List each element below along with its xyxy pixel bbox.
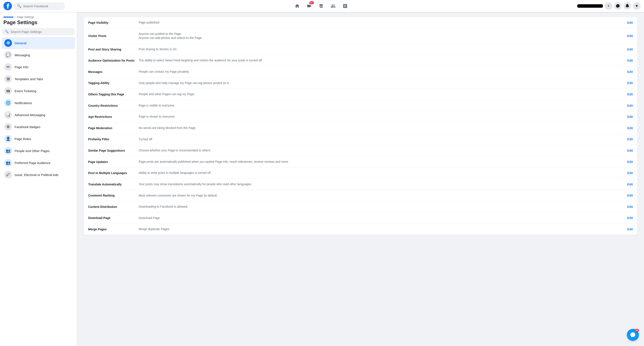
search-bar[interactable]: 🔍 [14,2,65,10]
sidebar-item-label-notifications: Notifications [14,101,32,105]
settings-row-edit-page-moderation[interactable]: Edit [616,126,633,130]
settings-row-edit-content-distribution[interactable]: Edit [616,205,633,209]
settings-row-edit-page-visibility[interactable]: Edit [616,21,633,24]
video-nav-button[interactable]: 9+ [304,1,314,11]
breadcrumb-separator: › [15,15,16,18]
sidebar-item-label-page-info: Page Info [14,65,28,69]
sidebar-item-label-page-roles: Page Roles [14,137,31,141]
settings-row-edit-comment-ranking[interactable]: Edit [616,194,633,197]
sidebar-item-icon-general: ⚙ [4,39,12,47]
sidebar-item-page-info[interactable]: ✏ Page Info [2,61,75,73]
settings-row-edit-tagging-ability[interactable]: Edit [616,81,633,85]
sidebar-item-advanced-messaging[interactable]: 📊 Advanced Messaging [2,109,75,121]
settings-row-profanity-filter: Profanity Filter Turned off Edit [84,134,637,145]
sidebar-search-input[interactable] [10,30,72,33]
nav-right: + ▼ [577,2,640,10]
settings-row-value-translate-automatically: Your posts may show translations automat… [139,182,612,186]
settings-row-value-page-updates: Page posts are automatically published w… [139,160,612,164]
sidebar-item-facebook-badges[interactable]: ⚙ Facebook Badges [2,121,75,133]
settings-row-edit-translate-automatically[interactable]: Edit [616,183,633,186]
settings-row-value-post-multiple-languages: Ability to write posts in multiple langu… [139,171,612,175]
settings-row-label-post-story-sharing: Post and Story Sharing [88,48,135,51]
settings-row-edit-post-multiple-languages[interactable]: Edit [616,171,633,175]
settings-row-age-restrictions: Age Restrictions Page is shown to everyo… [84,111,637,122]
sidebar-item-general[interactable]: ⚙ General [2,37,75,49]
pages-nav-button[interactable] [340,1,350,11]
settings-row-value-content-distribution: Downloading to Facebook is allowed. [139,205,612,209]
settings-row-label-profanity-filter: Profanity Filter [88,137,135,141]
sidebar-item-page-roles[interactable]: 👤 Page Roles [2,133,75,145]
sidebar-search[interactable]: 🔍 [2,28,75,35]
settings-row-edit-similar-page-suggestions[interactable]: Edit [616,149,633,152]
settings-row-edit-messages[interactable]: Edit [616,70,633,73]
settings-row-label-page-moderation: Page Moderation [88,126,135,130]
notifications-button[interactable] [624,2,631,10]
sidebar-item-notifications[interactable]: 🌐 Notifications [2,97,75,109]
more-button[interactable]: ▼ [633,2,640,10]
settings-row-label-page-visibility: Page Visibility [88,21,135,24]
settings-row-edit-visitor-posts[interactable]: Edit [616,34,633,38]
sidebar-item-event-ticketing[interactable]: 🎟 Event Ticketing [2,85,75,97]
settings-row-comment-ranking: Comment Ranking Most relevant comments a… [84,190,637,201]
settings-row-edit-others-tagging[interactable]: Edit [616,93,633,96]
settings-row-value-others-tagging: People and other Pages can tag my Page. [139,92,612,96]
sidebar-item-people-other-pages[interactable]: 👥 People and Other Pages [2,145,75,157]
main-content: Page Visibility Page published Edit Visi… [77,12,644,346]
sidebar: ■■■■■■ › Page Settings Page Settings 🔍 ⚙… [0,12,77,346]
settings-row-edit-profanity-filter[interactable]: Edit [616,137,633,141]
settings-row-edit-age-restrictions[interactable]: Edit [616,115,633,118]
settings-row-value-page-moderation: No words are being blocked from the Page… [139,126,612,130]
settings-row-page-updates: Page Updates Page posts are automaticall… [84,156,637,168]
settings-row-messages: Messages People can contact my Page priv… [84,66,637,78]
add-button[interactable]: + [605,2,612,10]
sidebar-item-label-preferred-page-audience: Preferred Page Audience [14,161,50,165]
messenger-button[interactable] [614,2,622,10]
messenger-bubble[interactable]: 59 [627,329,639,341]
search-input[interactable] [23,4,62,8]
settings-row-download-page: Download Page Download Page Edit [84,213,637,224]
settings-row-edit-page-updates[interactable]: Edit [616,160,633,164]
marketplace-nav-button[interactable] [316,1,326,11]
sidebar-item-icon-advanced-messaging: 📊 [4,111,12,119]
sidebar-item-issue-electoral[interactable]: 🖊 Issue, Electoral or Political Ads [2,169,75,181]
sidebar-item-messaging[interactable]: 💬 Messaging [2,49,75,61]
settings-row-value-post-story-sharing: Post sharing to Stories is On [139,47,612,51]
breadcrumb: ■■■■■■ › Page Settings [2,15,75,18]
sidebar-item-label-templates-tabs: Templates and Tabs [14,77,43,81]
sidebar-item-preferred-page-audience[interactable]: 👥 Preferred Page Audience [2,157,75,169]
facebook-logo[interactable] [4,2,12,10]
settings-row-label-visitor-posts: Visitor Posts [88,34,135,38]
settings-row-edit-download-page[interactable]: Edit [616,216,633,220]
sidebar-item-icon-messaging: 💬 [4,51,12,59]
home-nav-button[interactable] [292,1,302,11]
breadcrumb-page-link[interactable]: ■■■■■■ [4,15,14,18]
settings-row-label-post-multiple-languages: Post in Multiple Languages [88,171,135,175]
sidebar-item-label-facebook-badges: Facebook Badges [14,125,40,129]
sidebar-item-templates-tabs[interactable]: ⊞ Templates and Tabs [2,73,75,85]
settings-row-value-download-page: Download Page [139,216,612,220]
settings-row-label-audience-optimization: Audience Optimization for Posts [88,59,135,62]
sidebar-item-label-people-other-pages: People and Other Pages [14,149,50,153]
sidebar-item-icon-event-ticketing: 🎟 [4,87,12,95]
settings-row-merge-pages: Merge Pages Merge duplicate Pages Edit [84,224,637,235]
settings-row-label-content-distribution: Content Distribution [88,205,135,209]
settings-row-page-moderation: Page Moderation No words are being block… [84,122,637,134]
profile-name[interactable] [577,4,603,8]
settings-row-edit-merge-pages[interactable]: Edit [616,228,633,231]
sidebar-item-icon-preferred-page-audience: 👥 [4,159,12,167]
sidebar-item-icon-templates-tabs: ⊞ [4,75,12,83]
sidebar-item-icon-page-info: ✏ [4,63,12,71]
settings-row-label-merge-pages: Merge Pages [88,228,135,231]
settings-rows: Page Visibility Page published Edit Visi… [84,17,637,235]
groups-nav-button[interactable] [328,1,338,11]
settings-row-value-similar-page-suggestions: Choose whether your Page is recommended … [139,148,612,153]
settings-row-value-audience-optimization: The ability to select News Feed targetin… [139,58,612,63]
settings-row-edit-country-restrictions[interactable]: Edit [616,104,633,107]
settings-row-tagging-ability: Tagging Ability Only people who help man… [84,78,637,89]
settings-row-edit-audience-optimization[interactable]: Edit [616,59,633,62]
settings-row-label-download-page: Download Page [88,216,135,220]
settings-row-value-merge-pages: Merge duplicate Pages [139,227,612,231]
settings-row-value-visitor-posts: Anyone can publish to the Page.Anyone ca… [139,32,612,40]
settings-row-edit-post-story-sharing[interactable]: Edit [616,48,633,51]
settings-row-page-visibility: Page Visibility Page published Edit [84,17,637,28]
